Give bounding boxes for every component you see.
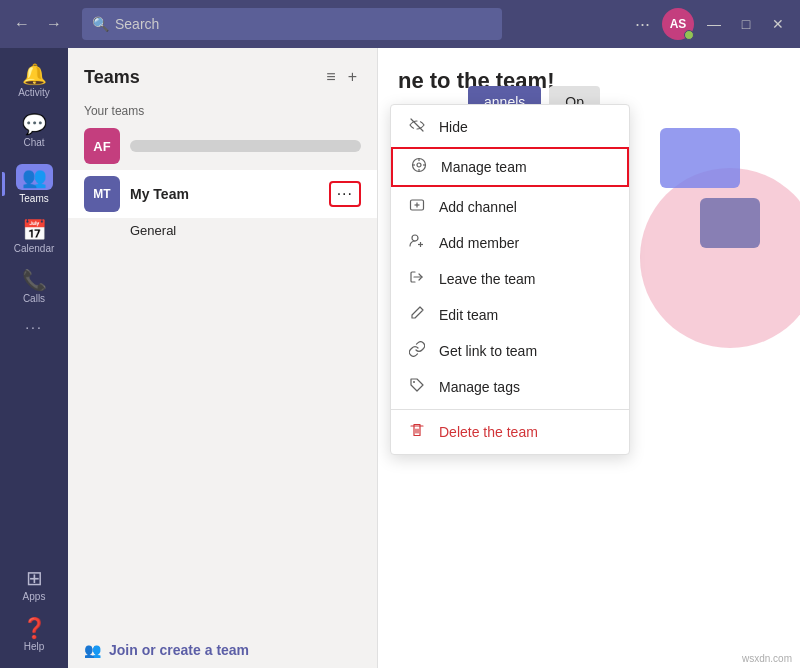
help-icon: ❓ (22, 618, 47, 638)
illustration-circle (640, 168, 800, 348)
search-bar[interactable]: 🔍 (82, 8, 502, 40)
sidebar-item-teams[interactable]: 👥 Teams (6, 156, 62, 212)
calendar-label: Calendar (14, 243, 55, 254)
activity-label: Activity (18, 87, 50, 98)
sidebar-header-icons: ≡ + (322, 64, 361, 90)
team-mt-avatar: MT (84, 176, 120, 212)
illustration-area (600, 108, 800, 388)
chat-label: Chat (23, 137, 44, 148)
team-mt-name: My Team (130, 186, 319, 202)
join-create-label: Join or create a team (109, 642, 249, 658)
team-item-af[interactable]: AF (68, 122, 377, 170)
dropdown-divider (391, 409, 629, 410)
get-link-label: Get link to team (439, 343, 537, 359)
hide-icon (407, 117, 427, 137)
sidebar-item-calls[interactable]: 📞 Calls (6, 262, 62, 312)
sidebar-item-help[interactable]: ❓ Help (6, 610, 62, 660)
calls-label: Calls (23, 293, 45, 304)
search-icon: 🔍 (92, 16, 109, 32)
delete-team-label: Delete the team (439, 424, 538, 440)
leave-team-icon (407, 269, 427, 289)
manage-tags-icon (407, 377, 427, 397)
your-teams-label: Your teams (68, 98, 377, 122)
chat-icon: 💬 (22, 114, 47, 134)
back-button[interactable]: ← (8, 10, 36, 38)
sidebar-item-apps[interactable]: ⊞ Apps (6, 560, 62, 610)
teams-sidebar: Teams ≡ + Your teams AF MT My Team ··· G… (68, 48, 378, 668)
dropdown-item-add-channel[interactable]: Add channel (391, 189, 629, 225)
hide-label: Hide (439, 119, 468, 135)
sidebar-item-chat[interactable]: 💬 Chat (6, 106, 62, 156)
dropdown-menu: Hide Manage team (390, 104, 630, 455)
search-input[interactable] (115, 16, 492, 32)
join-create-team[interactable]: 👥 Join or create a team (68, 632, 377, 668)
content-area: ne to the team! e things to get going...… (378, 48, 800, 668)
avatar-initials: AS (670, 17, 687, 31)
help-label: Help (24, 641, 45, 652)
edit-team-icon (407, 305, 427, 325)
avatar[interactable]: AS (662, 8, 694, 40)
team-options-button[interactable]: ··· (329, 181, 361, 207)
illustration-box2 (700, 198, 760, 248)
leave-team-label: Leave the team (439, 271, 536, 287)
dropdown-item-delete-team[interactable]: Delete the team (391, 414, 629, 450)
main-area: 🔔 Activity 💬 Chat 👥 Teams 📅 Calendar 📞 C… (0, 48, 800, 668)
team-af-name-bar (130, 140, 361, 152)
dropdown-item-manage-team[interactable]: Manage team (391, 147, 629, 187)
join-create-icon: 👥 (84, 642, 101, 658)
add-channel-icon (407, 197, 427, 217)
titlebar-right: ··· AS — □ ✕ (629, 8, 792, 40)
illustration-box1 (660, 128, 740, 188)
manage-team-label: Manage team (441, 159, 527, 175)
svg-point-9 (412, 235, 418, 241)
sidebar-header: Teams ≡ + (68, 48, 377, 98)
sidebar-item-more[interactable]: ··· (6, 312, 62, 342)
team-item-my-team[interactable]: MT My Team ··· (68, 170, 377, 218)
dropdown-item-manage-tags[interactable]: Manage tags (391, 369, 629, 405)
sidebar-item-activity[interactable]: 🔔 Activity (6, 56, 62, 106)
dropdown-item-get-link[interactable]: Get link to team (391, 333, 629, 369)
get-link-icon (407, 341, 427, 361)
manage-team-icon (409, 157, 429, 177)
add-member-icon (407, 233, 427, 253)
filter-button[interactable]: ≡ (322, 64, 339, 90)
add-channel-label: Add channel (439, 199, 517, 215)
sidebar-title: Teams (84, 67, 314, 88)
dropdown-item-hide[interactable]: Hide (391, 109, 629, 145)
svg-point-13 (413, 381, 415, 383)
maximize-button[interactable]: □ (732, 10, 760, 38)
more-icon: ··· (25, 320, 43, 334)
titlebar-ellipsis-button[interactable]: ··· (629, 10, 656, 39)
add-member-label: Add member (439, 235, 519, 251)
apps-label: Apps (23, 591, 46, 602)
edit-team-label: Edit team (439, 307, 498, 323)
delete-team-icon (407, 422, 427, 442)
left-nav: 🔔 Activity 💬 Chat 👥 Teams 📅 Calendar 📞 C… (0, 48, 68, 668)
teams-icon: 👥 (16, 164, 53, 190)
activity-icon: 🔔 (22, 64, 47, 84)
nav-buttons: ← → (8, 10, 68, 38)
apps-icon: ⊞ (26, 568, 43, 588)
team-af-avatar: AF (84, 128, 120, 164)
watermark: wsxdn.com (742, 653, 792, 664)
manage-tags-label: Manage tags (439, 379, 520, 395)
teams-label: Teams (19, 193, 48, 204)
forward-button[interactable]: → (40, 10, 68, 38)
channel-item-general[interactable]: General (68, 218, 377, 243)
avatar-status-indicator (684, 30, 694, 40)
minimize-button[interactable]: — (700, 10, 728, 38)
window-controls: — □ ✕ (700, 10, 792, 38)
dropdown-item-add-member[interactable]: Add member (391, 225, 629, 261)
calls-icon: 📞 (22, 270, 47, 290)
sidebar-item-calendar[interactable]: 📅 Calendar (6, 212, 62, 262)
titlebar: ← → 🔍 ··· AS — □ ✕ (0, 0, 800, 48)
close-button[interactable]: ✕ (764, 10, 792, 38)
dropdown-item-edit-team[interactable]: Edit team (391, 297, 629, 333)
svg-point-1 (417, 163, 421, 167)
dropdown-item-leave-team[interactable]: Leave the team (391, 261, 629, 297)
calendar-icon: 📅 (22, 220, 47, 240)
add-team-button[interactable]: + (344, 64, 361, 90)
